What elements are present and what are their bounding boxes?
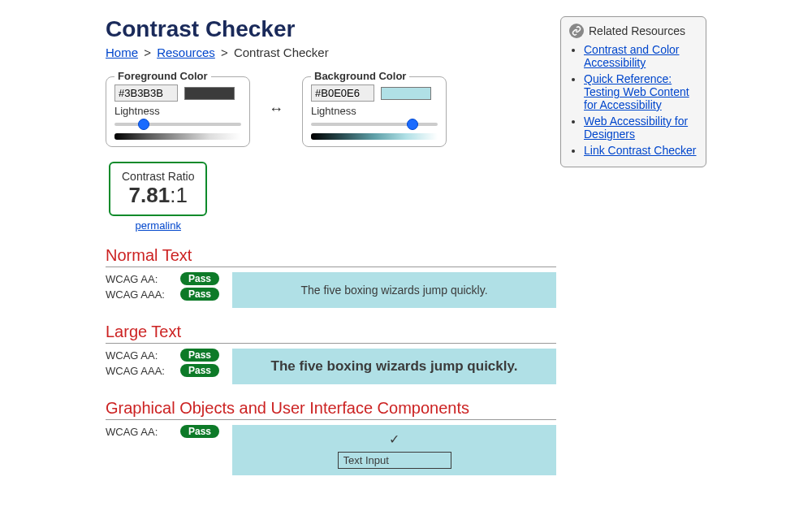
large-text-heading: Large Text xyxy=(106,323,556,344)
related-link-3[interactable]: Link Contrast Checker xyxy=(584,144,697,157)
check-icon: ✓ xyxy=(389,431,400,447)
permalink-link[interactable]: permalink xyxy=(136,219,181,232)
breadcrumb-separator: > xyxy=(221,46,228,59)
background-legend: Background Color xyxy=(311,70,409,82)
contrast-ratio-value: 7.81 xyxy=(129,183,171,207)
gui-heading: Graphical Objects and User Interface Com… xyxy=(106,399,556,420)
background-lightness-label: Lightness xyxy=(311,105,438,117)
contrast-ratio-suffix: :1 xyxy=(170,183,188,207)
contrast-ratio-label: Contrast Ratio xyxy=(122,170,194,183)
large-text-sample[interactable]: The five boxing wizards jump quickly. xyxy=(232,349,556,384)
gui-sample: ✓ xyxy=(232,425,556,475)
foreground-hue-bar[interactable] xyxy=(114,133,241,140)
large-aa-label: WCAG AA: xyxy=(106,349,158,362)
link-icon xyxy=(569,24,584,38)
contrast-ratio-box: Contrast Ratio 7.81:1 xyxy=(109,162,207,216)
normal-aaa-badge: Pass xyxy=(180,288,219,301)
gui-sample-input[interactable] xyxy=(338,452,451,469)
background-hue-bar[interactable] xyxy=(311,133,438,140)
background-lightness-slider[interactable] xyxy=(311,119,438,130)
large-aa-badge: Pass xyxy=(180,349,219,362)
foreground-lightness-slider[interactable] xyxy=(114,119,241,130)
background-color-panel: Background Color Lightness xyxy=(302,71,447,147)
background-swatch[interactable] xyxy=(381,87,431,100)
related-link-1[interactable]: Quick Reference: Testing Web Content for… xyxy=(584,72,689,111)
related-resources-header: Related Resources xyxy=(569,24,698,38)
related-resources-panel: Related Resources Contrast and Color Acc… xyxy=(560,16,706,167)
foreground-legend: Foreground Color xyxy=(114,70,211,82)
large-text-section: Large Text WCAG AA: Pass WCAG AAA: Pass … xyxy=(106,323,556,384)
foreground-lightness-label: Lightness xyxy=(114,105,241,117)
normal-aa-label: WCAG AA: xyxy=(106,273,158,285)
normal-text-sample[interactable]: The five boxing wizards jump quickly. xyxy=(232,272,556,308)
background-hex-input[interactable] xyxy=(311,84,374,102)
related-link-2[interactable]: Web Accessibility for Designers xyxy=(584,115,688,141)
breadcrumb-home[interactable]: Home xyxy=(106,46,138,59)
gui-section: Graphical Objects and User Interface Com… xyxy=(106,399,556,475)
related-link-0[interactable]: Contrast and Color Accessibility xyxy=(584,43,680,69)
large-aaa-label: WCAG AAA: xyxy=(106,365,165,377)
normal-text-section: Normal Text WCAG AA: Pass WCAG AAA: Pass… xyxy=(106,246,556,308)
large-aaa-badge: Pass xyxy=(180,364,219,377)
list-item: Quick Reference: Testing Web Content for… xyxy=(584,72,698,111)
normal-text-heading: Normal Text xyxy=(106,246,556,267)
gui-aa-badge: Pass xyxy=(180,425,219,438)
foreground-swatch[interactable] xyxy=(184,87,235,100)
swap-colors-button[interactable]: ↔ xyxy=(265,101,287,118)
list-item: Contrast and Color Accessibility xyxy=(584,43,698,69)
foreground-hex-input[interactable] xyxy=(114,84,178,102)
breadcrumb-resources[interactable]: Resources xyxy=(157,46,215,59)
list-item: Web Accessibility for Designers xyxy=(584,115,698,141)
foreground-color-panel: Foreground Color Lightness xyxy=(106,71,250,147)
breadcrumb-current: Contrast Checker xyxy=(234,46,329,59)
list-item: Link Contrast Checker xyxy=(584,144,698,157)
normal-aaa-label: WCAG AAA: xyxy=(106,288,165,301)
gui-aa-label: WCAG AA: xyxy=(106,426,158,438)
breadcrumb-separator: > xyxy=(144,46,151,59)
related-resources-title: Related Resources xyxy=(589,24,685,37)
normal-aa-badge: Pass xyxy=(180,272,219,285)
